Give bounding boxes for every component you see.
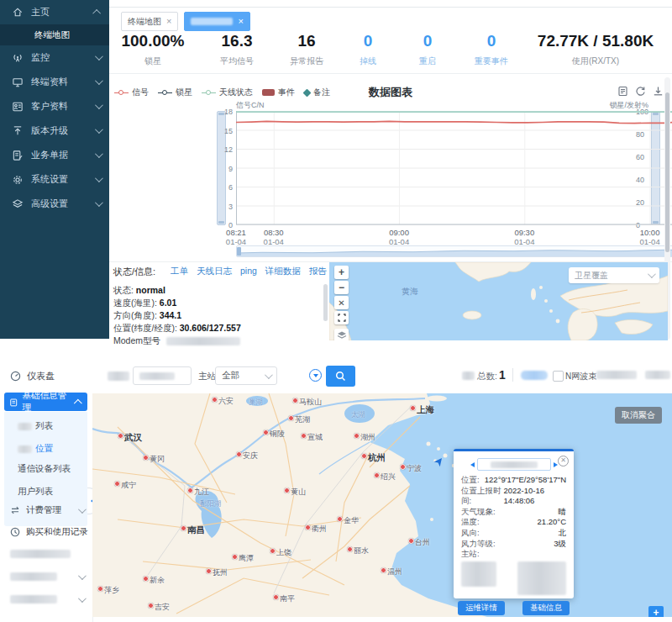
fullscreen-icon[interactable] [334, 311, 349, 324]
x-tick: 09:3001-04 [506, 229, 543, 246]
sidebar-item-label: 监控 [31, 51, 87, 64]
city-marker [408, 538, 414, 544]
sidebar-item-dashboard[interactable]: 仪表盘 [10, 370, 55, 382]
monitor-icon [12, 52, 24, 64]
map-layer-select[interactable]: 卫星覆盖 [569, 267, 659, 283]
status-info-panel: 状态/信息: 工单天线日志ping详细数据报告软件版本 状态: normal速度… [113, 266, 328, 341]
info-row: 速度(海里): 6.01 [113, 297, 241, 309]
info-link-工单[interactable]: 工单 [171, 266, 188, 277]
sidebar-item-8[interactable]: 高级设置 [0, 192, 109, 216]
sidebar-item-6[interactable]: 业务单据 [0, 143, 109, 167]
search-input[interactable] [133, 366, 192, 385]
city-label-马鞍山: 马鞍山 [299, 397, 322, 408]
sidebar-item-label: 业务单据 [31, 149, 87, 161]
datazoom-handle-left[interactable] [237, 247, 241, 256]
popup-button-基础信息[interactable]: 基础信息 [522, 601, 570, 615]
cancel-cluster-button[interactable]: 取消聚合 [615, 407, 662, 424]
tab-terminal-map[interactable]: 终端地图 × [121, 12, 178, 31]
popup-button-运维详情[interactable]: 运维详情 [458, 601, 505, 615]
sidebar-item-label: 高级设置 [31, 198, 87, 210]
stat-重要事件[interactable]: 0重要事件 [455, 32, 528, 67]
stat-value: 72.77K / 51.80K [538, 32, 654, 50]
sidebar-subitem-位置[interactable]: 位置 [18, 443, 53, 455]
sidebar-group-计费管理[interactable]: 计费管理 [10, 504, 84, 516]
close-icon[interactable]: ✕ [558, 456, 569, 466]
stat-掉线[interactable]: 0掉线 [336, 32, 400, 67]
divider [109, 73, 672, 74]
popup-key: 温度: [461, 517, 480, 528]
download-icon[interactable] [653, 86, 664, 97]
stat-value: 0 [423, 32, 433, 50]
info-link-ping[interactable]: ping [240, 266, 257, 277]
line-chart-plot[interactable] [236, 111, 672, 225]
sidebar-group-购买和使用记录[interactable]: 购买和使用记录 [10, 526, 84, 538]
close-icon[interactable]: × [238, 17, 243, 26]
info-link-详细数据[interactable]: 详细数据 [265, 266, 301, 277]
sidebar-item-redacted[interactable] [10, 595, 84, 604]
sidebar-subitem-terminal-map[interactable]: 终端地图 [0, 24, 109, 45]
city-label-南平: 南平 [280, 593, 295, 604]
sidebar-subitem-列表[interactable]: 列表 [18, 420, 53, 432]
layers-icon[interactable] [334, 329, 349, 340]
sidebar-item-redacted[interactable] [10, 572, 84, 581]
sidebar-item-2[interactable]: 监控 [0, 45, 109, 70]
city-label-黄冈: 黄冈 [150, 454, 165, 465]
china-map[interactable]: 六安马鞍山芜湖上海武汉黄冈铜陵宣城湖州杭州安庆绍兴宁波咸宁九江黄山南昌衢州金华上… [92, 393, 672, 617]
chevron-down-icon [95, 125, 103, 134]
vessel-marker[interactable] [432, 456, 445, 469]
sidebar-group-base-info[interactable]: 基础信息管理 [4, 393, 87, 411]
info-value: 6.01 [160, 298, 176, 308]
refresh-icon[interactable] [635, 86, 646, 97]
data-view-icon[interactable] [617, 86, 628, 97]
stat-重启[interactable]: 0重启 [400, 32, 455, 67]
info-scrollbar[interactable] [323, 284, 328, 321]
popup-key: 风向: [461, 528, 480, 539]
tab-active-redacted[interactable]: × [184, 12, 249, 31]
stat-label: 掉线 [360, 55, 376, 67]
close-icon[interactable]: × [166, 17, 171, 26]
city-label-六安: 六安 [218, 396, 234, 407]
clipboard-icon [9, 398, 18, 407]
upgrade-icon [12, 125, 24, 137]
city-marker [263, 430, 269, 435]
zoom-in-button[interactable]: + [648, 606, 664, 617]
y-tick-left: 9 [218, 165, 233, 173]
sidebar-item-3[interactable]: 终端资料 [0, 70, 109, 94]
zoom-in-button[interactable]: + [334, 266, 349, 279]
scrollbar-thumb[interactable] [665, 92, 669, 252]
city-marker [97, 586, 103, 592]
chevron-up-icon [92, 9, 101, 18]
zoom-out-button[interactable]: − [334, 281, 349, 294]
city-label-台州: 台州 [415, 537, 430, 548]
popup-value: 北 [559, 528, 567, 539]
sea-label: 黄海 [402, 286, 418, 298]
next-arrow-icon[interactable] [554, 462, 558, 467]
city-label-南昌: 南昌 [187, 524, 205, 536]
sidebar-subitem-通信设备列表[interactable]: 通信设备列表 [18, 463, 71, 475]
clear-route-icon[interactable]: ✕ [334, 296, 349, 309]
info-link-报告[interactable]: 报告 [309, 266, 327, 277]
sidebar-item-7[interactable]: 系统设置 [0, 167, 109, 192]
city-marker [354, 433, 360, 439]
beam-checkbox[interactable] [553, 371, 564, 382]
expand-filter-button[interactable] [309, 369, 322, 382]
search-button[interactable] [326, 366, 355, 387]
popup-buttons: 运维详情基础信息 [461, 601, 566, 615]
info-row: 方向(角度): 344.1 [113, 309, 241, 322]
city-marker [361, 453, 367, 459]
sidebar-item-4[interactable]: 客户资料 [0, 94, 109, 119]
tab-bar: 终端地图 × × [121, 12, 250, 31]
sidebar-subitem-用户列表[interactable]: 用户列表 [18, 486, 53, 498]
datazoom-slider-bottom[interactable] [236, 245, 672, 257]
master-station-select[interactable]: 全部 [215, 366, 277, 385]
prev-arrow-icon[interactable] [470, 462, 475, 467]
popup-row: 温度:21.20°C [461, 517, 566, 528]
sidebar-item-redacted[interactable] [10, 550, 84, 558]
sidebar-item-1[interactable]: 主页 [0, 0, 109, 24]
popup-row: 风向:北 [461, 528, 566, 539]
vessel-map[interactable]: 黄海 + − ✕ 卫星覆盖 [329, 262, 668, 340]
info-link-天线日志[interactable]: 天线日志 [197, 266, 232, 277]
sidebar-item-5[interactable]: 版本升级 [0, 119, 109, 143]
page: { "colors":{"accent_blue":"#2080f0","tab… [0, 0, 672, 622]
y-axis-left-label: 信号C/N [236, 100, 265, 111]
